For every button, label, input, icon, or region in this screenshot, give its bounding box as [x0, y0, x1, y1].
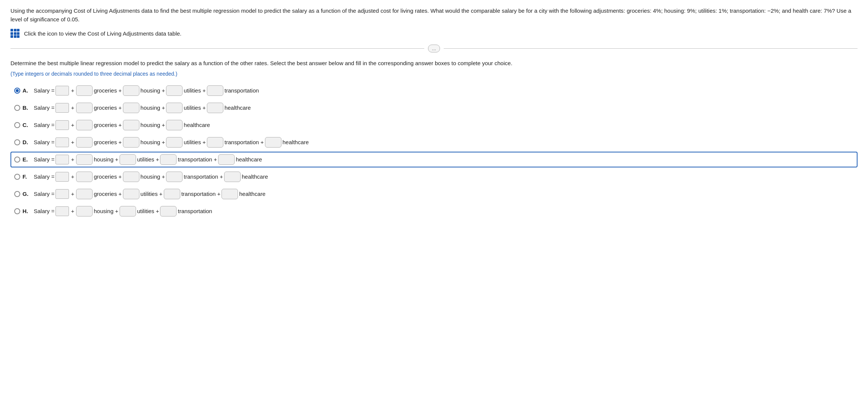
option-row-F[interactable]: F. Salary = + groceries + housing + tran… — [10, 169, 858, 185]
option-label-C: C. — [22, 122, 31, 128]
input-D-groceries[interactable] — [76, 137, 93, 148]
input-C-healthcare[interactable] — [166, 120, 183, 130]
divider-line-left — [10, 48, 424, 49]
input-D-intercept[interactable] — [55, 137, 69, 147]
option-label-H: H. — [22, 208, 31, 214]
input-A-groceries[interactable] — [76, 85, 93, 96]
formula-E: Salary = + housing + utilities + transpo… — [34, 154, 262, 165]
formula-B: Salary = + groceries + housing + utiliti… — [34, 103, 251, 113]
input-D-utilities[interactable] — [166, 137, 183, 148]
input-B-housing[interactable] — [123, 103, 139, 113]
input-A-housing[interactable] — [123, 85, 139, 96]
question-text: Determine the best multiple linear regre… — [10, 59, 858, 68]
intro-paragraph: Using the accompanying Cost of Living Ad… — [10, 7, 858, 24]
radio-G[interactable] — [14, 191, 20, 197]
data-link-text: Click the icon to view the Cost of Livin… — [24, 30, 181, 37]
input-E-utilities[interactable] — [120, 154, 136, 165]
input-A-utilities[interactable] — [166, 85, 183, 96]
option-label-B: B. — [22, 104, 31, 111]
input-G-utilities[interactable] — [123, 189, 139, 199]
input-B-groceries[interactable] — [76, 103, 93, 113]
input-F-housing[interactable] — [123, 172, 139, 182]
input-G-intercept[interactable] — [55, 189, 69, 199]
option-label-F: F. — [22, 173, 31, 180]
radio-H[interactable] — [14, 208, 20, 214]
input-F-groceries[interactable] — [76, 172, 93, 182]
input-C-intercept[interactable] — [55, 120, 69, 130]
input-D-transportation[interactable] — [207, 137, 223, 148]
input-E-housing[interactable] — [76, 154, 93, 165]
formula-G: Salary = + groceries + utilities + trans… — [34, 189, 265, 199]
input-G-healthcare[interactable] — [221, 189, 238, 199]
input-H-intercept[interactable] — [55, 206, 69, 216]
input-F-healthcare[interactable] — [224, 172, 241, 182]
input-H-transportation[interactable] — [160, 206, 177, 216]
formula-F: Salary = + groceries + housing + transpo… — [34, 172, 268, 182]
option-row-C[interactable]: C. Salary = + groceries + housing + heal… — [10, 117, 858, 133]
divider-row: ... — [10, 45, 858, 52]
radio-B[interactable] — [14, 105, 20, 111]
input-E-intercept[interactable] — [55, 155, 69, 164]
input-F-intercept[interactable] — [55, 172, 69, 182]
input-G-groceries[interactable] — [76, 189, 93, 199]
input-C-housing[interactable] — [123, 120, 139, 130]
input-H-utilities[interactable] — [120, 206, 136, 216]
radio-A[interactable] — [14, 88, 20, 94]
input-D-healthcare[interactable] — [265, 137, 281, 148]
input-G-transportation[interactable] — [164, 189, 180, 199]
formula-H: Salary = + housing + utilities + transpo… — [34, 206, 212, 216]
data-link-row: Click the icon to view the Cost of Livin… — [10, 29, 858, 38]
input-B-healthcare[interactable] — [207, 103, 223, 113]
radio-C[interactable] — [14, 122, 20, 128]
radio-F[interactable] — [14, 174, 20, 180]
divider-line-right — [444, 48, 858, 49]
divider-button[interactable]: ... — [428, 45, 440, 52]
input-A-intercept[interactable] — [55, 86, 69, 96]
input-E-healthcare[interactable] — [218, 154, 235, 165]
input-B-utilities[interactable] — [166, 103, 183, 113]
formula-A: Salary = + groceries + housing + utiliti… — [34, 85, 259, 96]
option-label-A: A. — [22, 87, 31, 94]
option-label-D: D. — [22, 139, 31, 145]
input-F-transportation[interactable] — [166, 172, 183, 182]
input-E-transportation[interactable] — [160, 154, 177, 165]
option-row-D[interactable]: D. Salary = + groceries + housing + util… — [10, 134, 858, 150]
options-list: A. Salary = + groceries + housing + util… — [10, 83, 858, 219]
option-row-B[interactable]: B. Salary = + groceries + housing + util… — [10, 100, 858, 116]
option-row-E[interactable]: E. Salary = + housing + utilities + tran… — [10, 152, 858, 167]
formula-D: Salary = + groceries + housing + utiliti… — [34, 137, 309, 148]
radio-E[interactable] — [14, 157, 20, 163]
input-C-groceries[interactable] — [76, 120, 93, 130]
input-A-transportation[interactable] — [207, 85, 223, 96]
option-row-G[interactable]: G. Salary = + groceries + utilities + tr… — [10, 186, 858, 202]
radio-D[interactable] — [14, 139, 20, 145]
formula-C: Salary = + groceries + housing + healthc… — [34, 120, 210, 130]
option-row-H[interactable]: H. Salary = + housing + utilities + tran… — [10, 203, 858, 219]
salary-label-A: Salary = — [34, 87, 54, 94]
input-D-housing[interactable] — [123, 137, 139, 148]
input-H-housing[interactable] — [76, 206, 93, 216]
option-row-A[interactable]: A. Salary = + groceries + housing + util… — [10, 83, 858, 99]
grid-icon[interactable] — [10, 29, 19, 38]
input-B-intercept[interactable] — [55, 103, 69, 113]
option-label-E: E. — [22, 156, 31, 163]
hint-text: (Type integers or decimals rounded to th… — [10, 71, 858, 77]
option-label-G: G. — [22, 191, 31, 197]
